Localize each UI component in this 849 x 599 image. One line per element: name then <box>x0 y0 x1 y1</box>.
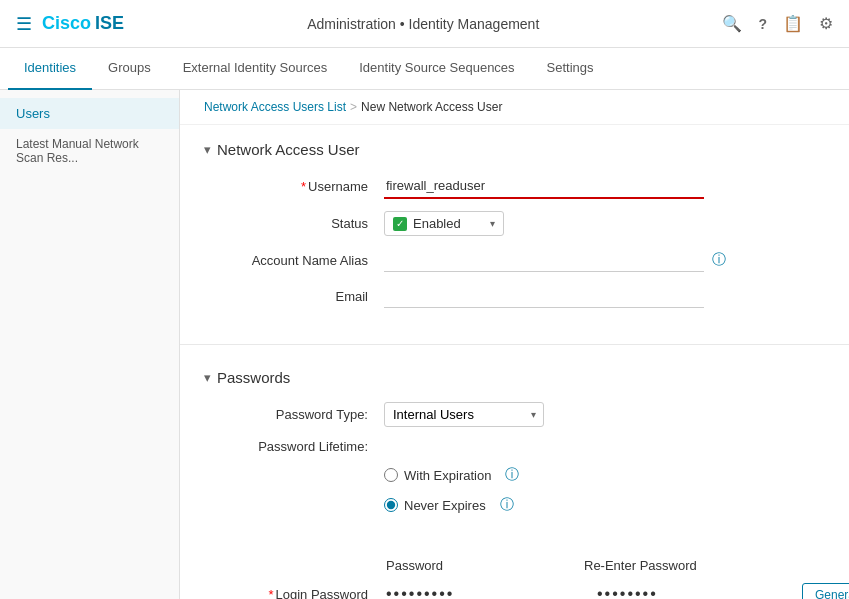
hamburger-icon[interactable]: ☰ <box>16 13 32 35</box>
brand-cisco: Cisco <box>42 13 91 34</box>
never-expires-text: Never Expires <box>404 498 486 513</box>
enabled-checkbox-icon: ✓ <box>393 217 407 231</box>
section-chevron-passwords[interactable]: ▾ <box>204 370 211 385</box>
breadcrumb-current: New Network Access User <box>361 100 502 114</box>
passwords-header: ▾ Passwords <box>204 369 825 386</box>
brand-ise: ISE <box>95 13 124 34</box>
status-value: Enabled <box>413 216 461 231</box>
account-alias-label: Account Name Alias <box>204 253 384 268</box>
never-expires-radio[interactable] <box>384 498 398 512</box>
password-type-select[interactable]: Internal Users <box>384 402 544 427</box>
login-password-row: *Login Password Generate Password ⓘ <box>204 581 825 599</box>
main-layout: Users Latest Manual Network Scan Res... … <box>0 90 849 599</box>
with-expiration-label[interactable]: With Expiration ⓘ <box>384 466 519 484</box>
password-type-row: Password Type: Internal Users ▾ <box>204 402 825 427</box>
status-dropdown[interactable]: ✓ Enabled ▾ <box>384 211 504 236</box>
tab-nav: Identities Groups External Identity Sour… <box>0 48 849 90</box>
settings-icon[interactable]: ⚙ <box>819 14 833 33</box>
sidebar: Users Latest Manual Network Scan Res... <box>0 90 180 599</box>
status-row: Status ✓ Enabled ▾ <box>204 211 825 236</box>
with-expiration-row: With Expiration ⓘ <box>204 466 825 484</box>
sidebar-item-users[interactable]: Users <box>0 98 179 129</box>
search-icon[interactable]: 🔍 <box>722 14 742 33</box>
login-pw-required: * <box>268 587 273 599</box>
account-alias-input[interactable] <box>384 248 704 272</box>
notifications-icon[interactable]: 📋 <box>783 14 803 33</box>
never-expires-info-icon[interactable]: ⓘ <box>500 496 514 514</box>
brand: Cisco ISE <box>42 13 124 34</box>
tab-external-identity-sources[interactable]: External Identity Sources <box>167 48 344 90</box>
reenter-col-label: Re-Enter Password <box>584 558 784 573</box>
password-columns-section: Password Re-Enter Password *Login Passwo… <box>180 542 849 599</box>
password-lifetime-label-row: Password Lifetime: <box>204 439 825 454</box>
never-expires-row: Never Expires ⓘ <box>204 496 825 514</box>
section-divider <box>180 344 849 345</box>
passwords-title: Passwords <box>217 369 290 386</box>
tab-settings[interactable]: Settings <box>531 48 610 90</box>
tab-identities[interactable]: Identities <box>8 48 92 90</box>
generate-login-password-button[interactable]: Generate Password <box>802 583 849 600</box>
passwords-section: ▾ Passwords Password Type: Internal User… <box>180 353 849 542</box>
email-input[interactable] <box>384 284 704 308</box>
username-label: *Username <box>204 179 384 194</box>
account-alias-row: Account Name Alias ⓘ <box>204 248 825 272</box>
password-type-select-wrapper: Internal Users ▾ <box>384 402 544 427</box>
login-password-reenter-input[interactable] <box>595 581 790 599</box>
network-access-user-section: ▾ Network Access User *Username firewall… <box>180 125 849 336</box>
top-bar-right: 🔍 ? 📋 ⚙ <box>722 14 833 33</box>
breadcrumb-separator: > <box>350 100 357 114</box>
login-password-input[interactable] <box>384 581 579 599</box>
top-bar: ☰ Cisco ISE Administration • Identity Ma… <box>0 0 849 48</box>
password-columns-header: Password Re-Enter Password <box>204 558 825 573</box>
username-value: firewall_readuser <box>384 174 704 199</box>
status-dropdown-arrow: ▾ <box>490 218 495 229</box>
password-lifetime-label: Password Lifetime: <box>204 439 384 454</box>
network-access-user-header: ▾ Network Access User <box>204 141 825 158</box>
tab-groups[interactable]: Groups <box>92 48 167 90</box>
help-icon[interactable]: ? <box>758 16 767 32</box>
breadcrumb-parent[interactable]: Network Access Users List <box>204 100 346 114</box>
with-expiration-radio[interactable] <box>384 468 398 482</box>
account-alias-info-icon[interactable]: ⓘ <box>712 251 726 269</box>
sidebar-item-manual-scan[interactable]: Latest Manual Network Scan Res... <box>0 129 179 173</box>
breadcrumb: Network Access Users List > New Network … <box>180 90 849 125</box>
network-access-user-title: Network Access User <box>217 141 360 158</box>
with-expiration-text: With Expiration <box>404 468 491 483</box>
tab-identity-source-sequences[interactable]: Identity Source Sequences <box>343 48 530 90</box>
never-expires-label[interactable]: Never Expires ⓘ <box>384 496 514 514</box>
with-expiration-info-icon[interactable]: ⓘ <box>505 466 519 484</box>
username-required: * <box>301 179 306 194</box>
content-area: Network Access Users List > New Network … <box>180 90 849 599</box>
email-row: Email <box>204 284 825 308</box>
password-col-label: Password <box>384 558 584 573</box>
status-label: Status <box>204 216 384 231</box>
top-bar-title: Administration • Identity Management <box>124 16 722 32</box>
username-row: *Username firewall_readuser <box>204 174 825 199</box>
password-type-label: Password Type: <box>204 407 384 422</box>
section-chevron-network[interactable]: ▾ <box>204 142 211 157</box>
login-password-label: *Login Password <box>204 587 384 599</box>
email-label: Email <box>204 289 384 304</box>
top-bar-left: ☰ Cisco ISE <box>16 13 124 35</box>
pw-col-headers: Password Re-Enter Password <box>384 558 784 573</box>
